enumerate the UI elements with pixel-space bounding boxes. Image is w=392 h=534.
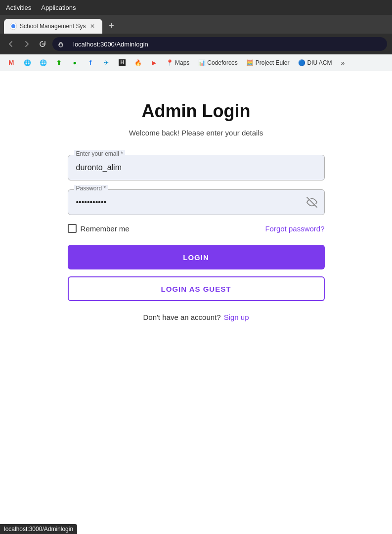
- bookmark-globe2[interactable]: 🌐: [36, 58, 50, 68]
- facebook-icon: f: [87, 59, 94, 66]
- active-tab[interactable]: School Management Sys ✕: [4, 19, 102, 34]
- os-topbar: Activities Applications: [0, 0, 392, 15]
- reload-button[interactable]: [37, 38, 48, 50]
- gmail-icon: M: [8, 59, 15, 66]
- tab-favicon: [10, 23, 17, 30]
- remember-left: Remember me: [68, 224, 130, 233]
- email-input-wrapper: Enter your email *: [68, 155, 325, 180]
- bookmark-diu[interactable]: 🔵 DIU ACM: [294, 58, 336, 68]
- bookmark-upwork[interactable]: ⬆: [51, 58, 66, 68]
- page-content: Admin Login Welcome back! Please enter y…: [0, 71, 392, 472]
- codeforces-icon: 📊: [198, 59, 205, 66]
- tab-title: School Management Sys: [20, 23, 86, 30]
- new-tab-circle: +: [105, 20, 117, 32]
- bookmark-hack[interactable]: H: [115, 58, 130, 68]
- remember-checkbox[interactable]: [68, 224, 77, 233]
- bookmark-fire[interactable]: 🔥: [131, 58, 145, 68]
- password-toggle-button[interactable]: [306, 197, 317, 208]
- bookmark-maps[interactable]: 📍 Maps: [162, 58, 193, 68]
- forward-button[interactable]: [21, 38, 33, 50]
- bookmark-globe1[interactable]: 🌐: [20, 58, 35, 68]
- youtube-icon: ▶: [150, 59, 157, 66]
- password-input-wrapper: Password *: [68, 189, 325, 215]
- maps-label: Maps: [175, 59, 189, 66]
- forgot-password-link[interactable]: Forgot password?: [265, 224, 324, 233]
- bookmark-euler[interactable]: 🧮 Project Euler: [243, 58, 294, 68]
- email-field[interactable]: [68, 155, 324, 180]
- password-label: Password *: [74, 185, 108, 192]
- green-icon: ●: [71, 59, 78, 66]
- euler-icon: 🧮: [247, 59, 254, 66]
- lock-icon: [57, 41, 64, 47]
- bookmark-telegram[interactable]: ✈: [99, 58, 114, 68]
- address-bar: [0, 34, 392, 54]
- signup-link[interactable]: Sign up: [224, 313, 249, 321]
- bookmark-more[interactable]: »: [337, 57, 348, 68]
- remember-label: Remember me: [81, 224, 130, 233]
- fire-icon: 🔥: [134, 59, 141, 66]
- maps-icon: 📍: [166, 59, 173, 66]
- signup-prompt: Don't have an account?: [143, 313, 220, 321]
- eye-slash-icon: [306, 197, 317, 208]
- upwork-icon: ⬆: [55, 59, 62, 66]
- address-input[interactable]: [67, 37, 382, 51]
- signup-row: Don't have an account? Sign up: [143, 313, 249, 321]
- browser-chrome: School Management Sys ✕ + M 🌐: [0, 15, 392, 71]
- svg-point-1: [11, 24, 15, 28]
- euler-label: Project Euler: [256, 59, 290, 66]
- hack-icon: H: [119, 59, 126, 66]
- login-subtitle: Welcome back! Please enter your details: [129, 129, 263, 137]
- more-icon: »: [341, 59, 345, 67]
- diu-label: DIU ACM: [307, 59, 332, 66]
- bookmarks-bar: M 🌐 🌐 ⬆ ● f ✈ H 🔥 ▶ 📍 Maps: [0, 54, 392, 71]
- back-button[interactable]: [5, 38, 17, 50]
- tab-close-button[interactable]: ✕: [88, 22, 96, 30]
- password-field[interactable]: [68, 190, 324, 215]
- bookmark-facebook[interactable]: f: [83, 58, 98, 68]
- bookmark-codeforces[interactable]: 📊 Codeforces: [194, 58, 241, 68]
- remember-row: Remember me Forgot password?: [68, 224, 325, 233]
- codeforces-label: Codeforces: [207, 59, 237, 66]
- globe2-icon: 🌐: [40, 59, 46, 66]
- diu-icon: 🔵: [298, 59, 305, 66]
- new-tab-button[interactable]: +: [104, 19, 118, 33]
- bookmark-gmail[interactable]: M: [4, 58, 19, 68]
- email-form-group: Enter your email *: [68, 155, 325, 180]
- login-title: Admin Login: [142, 101, 251, 122]
- activities-menu[interactable]: Activities: [6, 4, 31, 11]
- status-bar: localhost:3000/Adminlogin: [0, 524, 77, 534]
- login-container: Admin Login Welcome back! Please enter y…: [68, 101, 325, 321]
- telegram-icon: ✈: [103, 59, 110, 66]
- globe1-icon: 🌐: [24, 59, 31, 66]
- guest-login-button[interactable]: LOGIN AS GUEST: [68, 276, 325, 301]
- bookmark-youtube[interactable]: ▶: [146, 58, 161, 68]
- password-form-group: Password *: [68, 189, 325, 215]
- email-label: Enter your email *: [74, 150, 125, 157]
- bookmark-green[interactable]: ●: [67, 58, 82, 68]
- applications-menu[interactable]: Applications: [41, 4, 76, 11]
- tab-bar: School Management Sys ✕ +: [0, 15, 392, 34]
- login-button[interactable]: LOGIN: [68, 245, 325, 269]
